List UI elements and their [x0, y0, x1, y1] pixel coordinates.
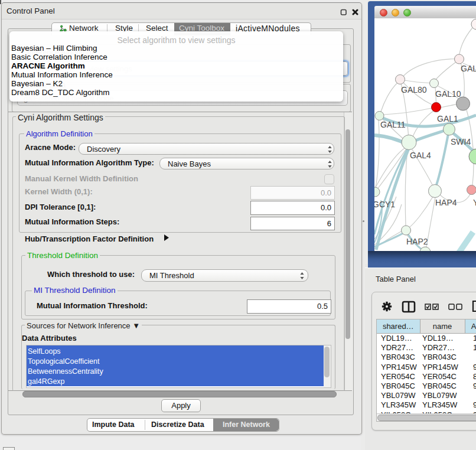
svg-text:GAL1: GAL1 [437, 114, 458, 123]
svg-text:HAP2: HAP2 [406, 237, 428, 246]
svg-text:Y: Y [473, 198, 476, 207]
svg-text:SWI4: SWI4 [451, 137, 471, 146]
svg-text:GAL80: GAL80 [401, 85, 427, 94]
svg-text:GAL4: GAL4 [410, 151, 431, 160]
svg-text:GAL: GAL [461, 64, 476, 73]
svg-text:GAL10: GAL10 [435, 89, 461, 99]
svg-text:GCY1: GCY1 [374, 200, 395, 209]
svg-text:HAP4: HAP4 [435, 198, 457, 207]
svg-text:GAL11: GAL11 [380, 120, 406, 129]
